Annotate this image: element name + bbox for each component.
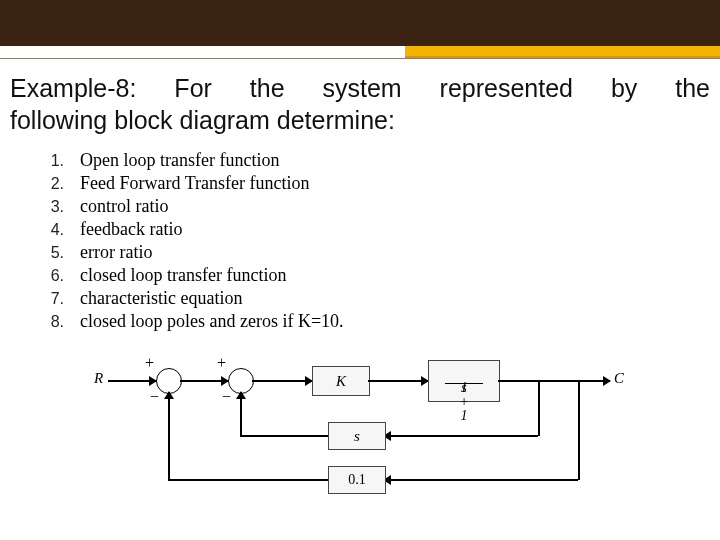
question-list: 1.Open loop transfer function 2.Feed For… [34, 150, 344, 334]
list-item: 8.closed loop poles and zeros if K=10. [34, 311, 344, 332]
list-item: 3.control ratio [34, 196, 344, 217]
list-item: 7.characteristic equation [34, 288, 344, 309]
signal-line [368, 380, 428, 382]
signal-line [240, 435, 328, 437]
list-item: 4.feedback ratio [34, 219, 344, 240]
signal-line [168, 479, 328, 481]
list-number: 7. [34, 290, 64, 308]
input-label: R [94, 370, 103, 387]
signal-line [252, 380, 312, 382]
list-number: 8. [34, 313, 64, 331]
list-text: Open loop transfer function [80, 150, 279, 171]
title-line-1: Example-8: For the system represented by… [10, 74, 710, 102]
list-text: closed loop transfer function [80, 265, 286, 286]
list-text: control ratio [80, 196, 168, 217]
list-item: 5.error ratio [34, 242, 344, 263]
slide-title: Example-8: For the system represented by… [10, 72, 710, 136]
accent-bar [405, 46, 720, 58]
denominator: s + 1 [459, 381, 468, 423]
transfer-block: 1 s + 1 [428, 360, 500, 402]
list-text: feedback ratio [80, 219, 182, 240]
signal-line [168, 392, 170, 480]
signal-line [498, 380, 610, 382]
signal-line [538, 380, 540, 436]
list-number: 5. [34, 244, 64, 262]
list-number: 3. [34, 198, 64, 216]
list-number: 2. [34, 175, 64, 193]
signal-line [108, 380, 156, 382]
signal-line [384, 479, 578, 481]
signal-line [578, 380, 580, 480]
feedback-block: s [328, 422, 386, 450]
list-number: 4. [34, 221, 64, 239]
divider-line [0, 58, 720, 59]
signal-line [180, 380, 228, 382]
signal-line [240, 392, 242, 436]
list-number: 6. [34, 267, 64, 285]
feedback-label: s [354, 428, 360, 445]
title-line-2: following block diagram determine: [10, 104, 710, 136]
feedback-block: 0.1 [328, 466, 386, 494]
feedback-label: 0.1 [348, 472, 366, 488]
list-item: 2.Feed Forward Transfer function [34, 173, 344, 194]
list-text: closed loop poles and zeros if K=10. [80, 311, 344, 332]
list-text: characteristic equation [80, 288, 242, 309]
sum-minus: − [150, 388, 159, 406]
list-item: 6.closed loop transfer function [34, 265, 344, 286]
list-text: error ratio [80, 242, 152, 263]
gain-label: K [336, 373, 346, 390]
signal-line [384, 435, 538, 437]
list-number: 1. [34, 152, 64, 170]
list-text: Feed Forward Transfer function [80, 173, 309, 194]
block-diagram: R + − + − K 1 s + 1 C s 0.1 [90, 358, 630, 518]
gain-block: K [312, 366, 370, 396]
sum-minus: − [222, 388, 231, 406]
output-label: C [614, 370, 624, 387]
list-item: 1.Open loop transfer function [34, 150, 344, 171]
sum-plus: + [217, 354, 226, 372]
sum-plus: + [145, 354, 154, 372]
header-band [0, 0, 720, 46]
